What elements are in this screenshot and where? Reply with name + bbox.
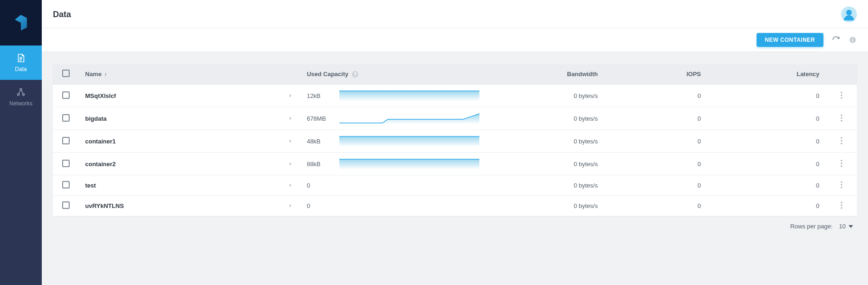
row-actions-icon[interactable]: [841, 203, 842, 210]
row-checkbox[interactable]: [62, 137, 70, 144]
col-header-bandwidth[interactable]: Bandwidth: [486, 64, 604, 84]
row-iops: 0: [604, 107, 707, 130]
col-header-used-capacity-label: Used Capacity: [307, 71, 349, 78]
chevron-right-icon[interactable]: [288, 161, 292, 168]
row-name[interactable]: MSqtXlslcf: [79, 84, 280, 107]
row-used-capacity: 678MB: [300, 107, 486, 130]
row-bandwidth: 0 bytes/s: [486, 175, 604, 196]
row-iops: 0: [604, 130, 707, 153]
rows-per-page-select[interactable]: 10: [839, 223, 853, 230]
table-row: MSqtXlslcf 12kB 0 bytes/s 0 0: [53, 84, 857, 107]
table-row: bigdata 678MB 0 bytes/s 0 0: [53, 107, 857, 130]
row-actions-icon[interactable]: [841, 116, 842, 123]
caret-down-icon: [849, 225, 853, 228]
col-header-iops[interactable]: IOPS: [604, 64, 707, 84]
row-iops: 0: [604, 175, 707, 196]
rows-per-page-label: Rows per page:: [790, 223, 832, 230]
svg-point-15: [841, 160, 842, 161]
chevron-right-icon[interactable]: [288, 202, 292, 209]
refresh-icon[interactable]: [832, 36, 840, 44]
svg-point-9: [841, 114, 842, 116]
row-used-capacity: 0: [300, 196, 486, 216]
svg-point-17: [841, 165, 842, 167]
row-checkbox[interactable]: [62, 181, 70, 188]
row-used-capacity: 12kB: [300, 84, 486, 107]
svg-point-20: [841, 187, 842, 188]
row-name[interactable]: uvRYkNTLNS: [79, 196, 280, 216]
svg-point-13: [841, 140, 842, 141]
row-latency: 0: [707, 196, 826, 216]
row-bandwidth: 0 bytes/s: [486, 84, 604, 107]
svg-point-18: [841, 181, 842, 182]
rows-per-page-value: 10: [839, 223, 846, 230]
containers-table: Name ↑ Used Capacity ? Bandwidth IOPS La…: [53, 64, 857, 216]
logo-area: [0, 0, 42, 45]
chevron-right-icon[interactable]: [288, 138, 292, 145]
row-iops: 0: [604, 84, 707, 107]
page-title: Data: [53, 10, 71, 19]
sidebar: Data Networks: [0, 0, 42, 285]
sidebar-item-label: Networks: [9, 100, 32, 107]
row-name[interactable]: bigdata: [79, 107, 280, 130]
row-name[interactable]: test: [79, 175, 280, 196]
user-avatar[interactable]: [841, 6, 857, 22]
sidebar-item-label: Data: [15, 66, 26, 72]
row-latency: 0: [707, 153, 826, 175]
row-latency: 0: [707, 84, 826, 107]
svg-point-21: [841, 201, 842, 203]
select-all-checkbox[interactable]: [62, 70, 70, 77]
col-header-name-label: Name: [85, 71, 102, 78]
row-actions-icon[interactable]: [841, 183, 842, 190]
sidebar-item-networks[interactable]: Networks: [0, 80, 42, 114]
svg-rect-5: [852, 38, 853, 39]
col-header-name[interactable]: Name ↑: [79, 64, 280, 84]
row-checkbox[interactable]: [62, 114, 70, 122]
table-row: test 0 0 bytes/s 0 0: [53, 175, 857, 196]
row-actions-icon[interactable]: [841, 93, 842, 100]
svg-point-16: [841, 162, 842, 164]
row-used-capacity: 88kB: [300, 153, 486, 175]
svg-rect-4: [852, 39, 853, 42]
pagination: Rows per page: 10: [53, 216, 857, 230]
svg-point-23: [841, 207, 842, 208]
row-latency: 0: [707, 107, 826, 130]
row-bandwidth: 0 bytes/s: [486, 130, 604, 153]
help-icon[interactable]: ?: [352, 71, 358, 78]
row-bandwidth: 0 bytes/s: [486, 153, 604, 175]
table-row: uvRYkNTLNS 0 0 bytes/s 0 0: [53, 196, 857, 216]
svg-point-7: [841, 94, 842, 96]
col-header-used-capacity[interactable]: Used Capacity ?: [300, 64, 486, 84]
table-row: container1 48kB 0 bytes/s 0 0: [53, 130, 857, 153]
row-checkbox[interactable]: [62, 201, 70, 209]
svg-point-6: [841, 91, 842, 93]
table-row: container2 88kB 0 bytes/s 0 0: [53, 153, 857, 175]
chevron-right-icon[interactable]: [288, 115, 292, 122]
data-file-icon: [16, 53, 26, 63]
chevron-right-icon[interactable]: [288, 182, 292, 189]
row-iops: 0: [604, 153, 707, 175]
row-name[interactable]: container2: [79, 153, 280, 175]
svg-point-8: [841, 97, 842, 98]
network-icon: [16, 87, 26, 97]
svg-point-1: [17, 94, 19, 96]
row-actions-icon[interactable]: [841, 139, 842, 146]
new-container-button[interactable]: NEW CONTAINER: [757, 33, 823, 47]
row-used-capacity: 48kB: [300, 130, 486, 153]
row-iops: 0: [604, 196, 707, 216]
sidebar-item-data[interactable]: Data: [0, 45, 42, 80]
svg-point-19: [841, 184, 842, 185]
svg-point-22: [841, 204, 842, 206]
col-header-latency[interactable]: Latency: [707, 64, 826, 84]
sort-asc-icon: ↑: [104, 71, 107, 77]
svg-point-14: [841, 142, 842, 144]
chevron-right-icon[interactable]: [288, 92, 292, 99]
row-checkbox[interactable]: [62, 91, 70, 99]
svg-point-10: [841, 117, 842, 118]
info-icon: [849, 36, 857, 44]
row-actions-icon[interactable]: [841, 162, 842, 168]
row-name[interactable]: container1: [79, 130, 280, 153]
row-checkbox[interactable]: [62, 160, 70, 167]
row-latency: 0: [707, 175, 826, 196]
svg-point-11: [841, 120, 842, 121]
content-area: Name ↑ Used Capacity ? Bandwidth IOPS La…: [42, 52, 868, 285]
